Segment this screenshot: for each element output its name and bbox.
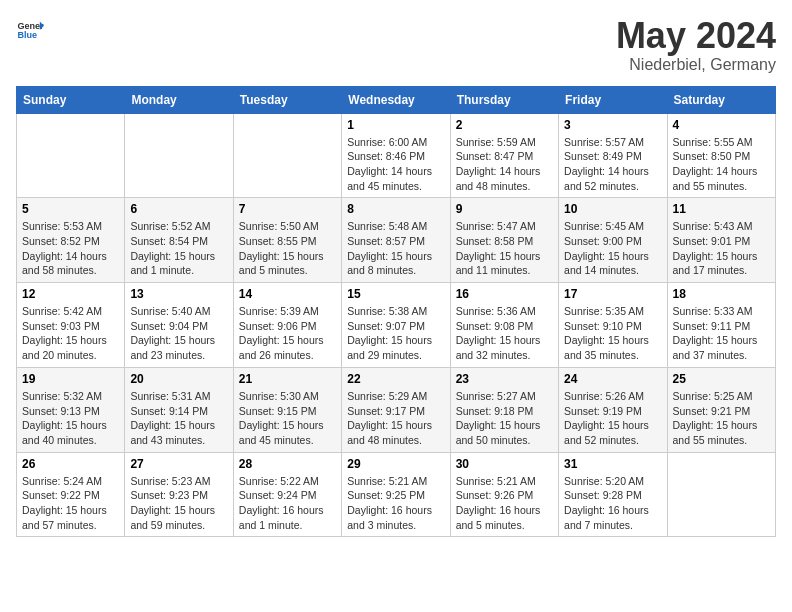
calendar-cell — [233, 113, 341, 198]
day-number: 20 — [130, 372, 227, 386]
day-info: Sunrise: 5:24 AM Sunset: 9:22 PM Dayligh… — [22, 474, 119, 533]
calendar-cell: 13Sunrise: 5:40 AM Sunset: 9:04 PM Dayli… — [125, 283, 233, 368]
day-info: Sunrise: 5:38 AM Sunset: 9:07 PM Dayligh… — [347, 304, 444, 363]
calendar-cell: 7Sunrise: 5:50 AM Sunset: 8:55 PM Daylig… — [233, 198, 341, 283]
svg-text:Blue: Blue — [17, 30, 37, 40]
day-number: 29 — [347, 457, 444, 471]
day-info: Sunrise: 5:57 AM Sunset: 8:49 PM Dayligh… — [564, 135, 661, 194]
day-number: 31 — [564, 457, 661, 471]
calendar-cell: 24Sunrise: 5:26 AM Sunset: 9:19 PM Dayli… — [559, 367, 667, 452]
weekday-header-thursday: Thursday — [450, 86, 558, 113]
calendar-cell: 11Sunrise: 5:43 AM Sunset: 9:01 PM Dayli… — [667, 198, 775, 283]
calendar-cell: 23Sunrise: 5:27 AM Sunset: 9:18 PM Dayli… — [450, 367, 558, 452]
page-header: General Blue May 2024 Niederbiel, German… — [16, 16, 776, 74]
calendar-cell: 2Sunrise: 5:59 AM Sunset: 8:47 PM Daylig… — [450, 113, 558, 198]
day-info: Sunrise: 5:59 AM Sunset: 8:47 PM Dayligh… — [456, 135, 553, 194]
day-info: Sunrise: 5:47 AM Sunset: 8:58 PM Dayligh… — [456, 219, 553, 278]
calendar-cell: 26Sunrise: 5:24 AM Sunset: 9:22 PM Dayli… — [17, 452, 125, 537]
calendar-cell: 3Sunrise: 5:57 AM Sunset: 8:49 PM Daylig… — [559, 113, 667, 198]
day-number: 30 — [456, 457, 553, 471]
day-info: Sunrise: 5:36 AM Sunset: 9:08 PM Dayligh… — [456, 304, 553, 363]
week-row-2: 5Sunrise: 5:53 AM Sunset: 8:52 PM Daylig… — [17, 198, 776, 283]
day-number: 11 — [673, 202, 770, 216]
day-number: 2 — [456, 118, 553, 132]
calendar-cell: 27Sunrise: 5:23 AM Sunset: 9:23 PM Dayli… — [125, 452, 233, 537]
day-number: 6 — [130, 202, 227, 216]
day-info: Sunrise: 5:33 AM Sunset: 9:11 PM Dayligh… — [673, 304, 770, 363]
day-info: Sunrise: 5:42 AM Sunset: 9:03 PM Dayligh… — [22, 304, 119, 363]
day-number: 22 — [347, 372, 444, 386]
day-info: Sunrise: 5:32 AM Sunset: 9:13 PM Dayligh… — [22, 389, 119, 448]
day-number: 23 — [456, 372, 553, 386]
calendar-cell: 9Sunrise: 5:47 AM Sunset: 8:58 PM Daylig… — [450, 198, 558, 283]
day-info: Sunrise: 5:23 AM Sunset: 9:23 PM Dayligh… — [130, 474, 227, 533]
day-info: Sunrise: 5:43 AM Sunset: 9:01 PM Dayligh… — [673, 219, 770, 278]
calendar-cell: 28Sunrise: 5:22 AM Sunset: 9:24 PM Dayli… — [233, 452, 341, 537]
week-row-4: 19Sunrise: 5:32 AM Sunset: 9:13 PM Dayli… — [17, 367, 776, 452]
calendar-table: SundayMondayTuesdayWednesdayThursdayFrid… — [16, 86, 776, 538]
calendar-cell: 5Sunrise: 5:53 AM Sunset: 8:52 PM Daylig… — [17, 198, 125, 283]
calendar-cell — [125, 113, 233, 198]
day-info: Sunrise: 5:21 AM Sunset: 9:26 PM Dayligh… — [456, 474, 553, 533]
day-info: Sunrise: 5:39 AM Sunset: 9:06 PM Dayligh… — [239, 304, 336, 363]
calendar-cell: 4Sunrise: 5:55 AM Sunset: 8:50 PM Daylig… — [667, 113, 775, 198]
calendar-cell: 20Sunrise: 5:31 AM Sunset: 9:14 PM Dayli… — [125, 367, 233, 452]
day-info: Sunrise: 5:40 AM Sunset: 9:04 PM Dayligh… — [130, 304, 227, 363]
calendar-cell: 18Sunrise: 5:33 AM Sunset: 9:11 PM Dayli… — [667, 283, 775, 368]
calendar-cell: 10Sunrise: 5:45 AM Sunset: 9:00 PM Dayli… — [559, 198, 667, 283]
day-number: 1 — [347, 118, 444, 132]
day-number: 27 — [130, 457, 227, 471]
calendar-cell: 16Sunrise: 5:36 AM Sunset: 9:08 PM Dayli… — [450, 283, 558, 368]
day-number: 25 — [673, 372, 770, 386]
day-info: Sunrise: 5:21 AM Sunset: 9:25 PM Dayligh… — [347, 474, 444, 533]
day-info: Sunrise: 5:30 AM Sunset: 9:15 PM Dayligh… — [239, 389, 336, 448]
day-number: 18 — [673, 287, 770, 301]
day-number: 28 — [239, 457, 336, 471]
calendar-cell: 25Sunrise: 5:25 AM Sunset: 9:21 PM Dayli… — [667, 367, 775, 452]
day-info: Sunrise: 5:26 AM Sunset: 9:19 PM Dayligh… — [564, 389, 661, 448]
weekday-header-row: SundayMondayTuesdayWednesdayThursdayFrid… — [17, 86, 776, 113]
day-number: 10 — [564, 202, 661, 216]
day-info: Sunrise: 5:25 AM Sunset: 9:21 PM Dayligh… — [673, 389, 770, 448]
calendar-cell: 8Sunrise: 5:48 AM Sunset: 8:57 PM Daylig… — [342, 198, 450, 283]
day-info: Sunrise: 5:50 AM Sunset: 8:55 PM Dayligh… — [239, 219, 336, 278]
calendar-cell: 17Sunrise: 5:35 AM Sunset: 9:10 PM Dayli… — [559, 283, 667, 368]
title-block: May 2024 Niederbiel, Germany — [616, 16, 776, 74]
day-info: Sunrise: 5:35 AM Sunset: 9:10 PM Dayligh… — [564, 304, 661, 363]
calendar-cell: 30Sunrise: 5:21 AM Sunset: 9:26 PM Dayli… — [450, 452, 558, 537]
calendar-cell: 22Sunrise: 5:29 AM Sunset: 9:17 PM Dayli… — [342, 367, 450, 452]
calendar-cell: 31Sunrise: 5:20 AM Sunset: 9:28 PM Dayli… — [559, 452, 667, 537]
calendar-cell: 6Sunrise: 5:52 AM Sunset: 8:54 PM Daylig… — [125, 198, 233, 283]
day-number: 16 — [456, 287, 553, 301]
calendar-cell: 19Sunrise: 5:32 AM Sunset: 9:13 PM Dayli… — [17, 367, 125, 452]
day-number: 14 — [239, 287, 336, 301]
day-info: Sunrise: 5:48 AM Sunset: 8:57 PM Dayligh… — [347, 219, 444, 278]
week-row-3: 12Sunrise: 5:42 AM Sunset: 9:03 PM Dayli… — [17, 283, 776, 368]
day-info: Sunrise: 5:45 AM Sunset: 9:00 PM Dayligh… — [564, 219, 661, 278]
calendar-cell: 15Sunrise: 5:38 AM Sunset: 9:07 PM Dayli… — [342, 283, 450, 368]
logo-icon: General Blue — [16, 16, 44, 44]
weekday-header-wednesday: Wednesday — [342, 86, 450, 113]
day-info: Sunrise: 5:52 AM Sunset: 8:54 PM Dayligh… — [130, 219, 227, 278]
day-number: 26 — [22, 457, 119, 471]
day-number: 5 — [22, 202, 119, 216]
calendar-cell — [667, 452, 775, 537]
weekday-header-tuesday: Tuesday — [233, 86, 341, 113]
day-number: 19 — [22, 372, 119, 386]
calendar-cell — [17, 113, 125, 198]
day-number: 15 — [347, 287, 444, 301]
day-number: 7 — [239, 202, 336, 216]
day-number: 4 — [673, 118, 770, 132]
day-number: 13 — [130, 287, 227, 301]
day-info: Sunrise: 5:55 AM Sunset: 8:50 PM Dayligh… — [673, 135, 770, 194]
day-number: 8 — [347, 202, 444, 216]
day-info: Sunrise: 5:22 AM Sunset: 9:24 PM Dayligh… — [239, 474, 336, 533]
month-title: May 2024 — [616, 16, 776, 56]
week-row-1: 1Sunrise: 6:00 AM Sunset: 8:46 PM Daylig… — [17, 113, 776, 198]
calendar-cell: 12Sunrise: 5:42 AM Sunset: 9:03 PM Dayli… — [17, 283, 125, 368]
day-number: 21 — [239, 372, 336, 386]
day-info: Sunrise: 5:53 AM Sunset: 8:52 PM Dayligh… — [22, 219, 119, 278]
day-info: Sunrise: 5:31 AM Sunset: 9:14 PM Dayligh… — [130, 389, 227, 448]
weekday-header-saturday: Saturday — [667, 86, 775, 113]
logo: General Blue — [16, 16, 44, 44]
